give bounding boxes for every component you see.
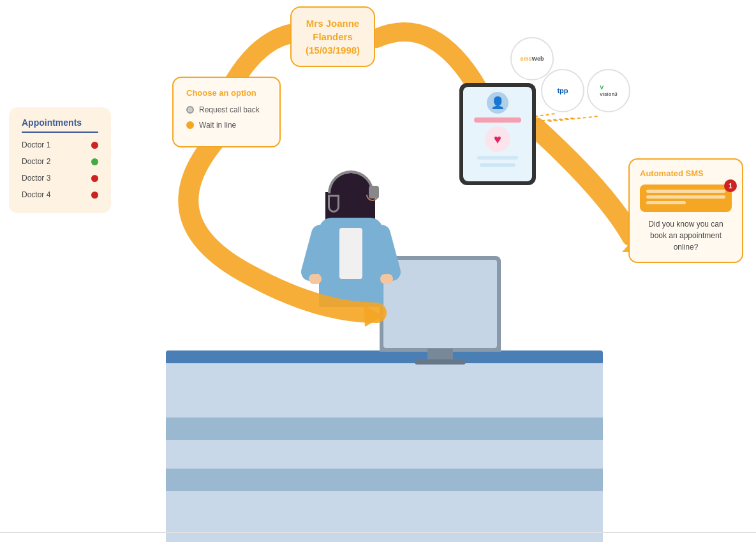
patient-bubble: Mrs Joanne Flanders (15/03/1998) bbox=[290, 6, 375, 67]
option-wait-in-line[interactable]: Wait in line bbox=[186, 121, 267, 130]
doctor-2-label: Doctor 2 bbox=[22, 157, 50, 166]
option-box-title: Choose an option bbox=[186, 88, 267, 98]
doctor-row: Doctor 1 bbox=[22, 137, 98, 153]
doctor-4-label: Doctor 4 bbox=[22, 190, 50, 199]
doctor-4-status bbox=[91, 192, 98, 199]
doctor-row: Doctor 3 bbox=[22, 170, 98, 186]
floor-line bbox=[0, 532, 756, 533]
monitor-stand bbox=[427, 349, 453, 360]
desk-stripe-1 bbox=[166, 418, 603, 440]
sms-message: 1 bbox=[640, 184, 732, 212]
sms-badge: 1 bbox=[724, 179, 737, 192]
appointments-title: Appointments bbox=[22, 117, 98, 133]
hand-left bbox=[309, 274, 322, 284]
sms-box: Automated SMS 1 Did you know you can boo… bbox=[628, 158, 743, 263]
doctor-3-status bbox=[91, 175, 98, 182]
tablet-screen: 👤 ♥ bbox=[463, 87, 532, 181]
option-dot-grey bbox=[186, 106, 194, 114]
headset-mic bbox=[328, 195, 339, 213]
doctor-2-status bbox=[91, 158, 98, 165]
tablet-heart-icon: ♥ bbox=[485, 126, 510, 152]
svg-line-5 bbox=[536, 118, 574, 121]
desk-stripe-2 bbox=[166, 469, 603, 491]
doctor-1-status bbox=[91, 142, 98, 149]
appointments-box: Appointments Doctor 1 Doctor 2 Doctor 3 … bbox=[9, 107, 111, 213]
tablet-bar-3 bbox=[480, 163, 515, 167]
doctor-1-label: Doctor 1 bbox=[22, 140, 50, 149]
option-box: Choose an option Request call back Wait … bbox=[172, 77, 281, 147]
doctor-row: Doctor 2 bbox=[22, 153, 98, 170]
doctor-3-label: Doctor 3 bbox=[22, 174, 50, 183]
desk-body bbox=[166, 363, 603, 542]
doctor-row: Doctor 4 bbox=[22, 186, 98, 203]
shirt bbox=[339, 228, 362, 279]
tpp-logo: tpp bbox=[541, 69, 584, 112]
headset-arc bbox=[328, 170, 374, 193]
sms-body-text: Did you know you can book an appointment… bbox=[640, 218, 732, 253]
headset-ear bbox=[369, 186, 379, 199]
sms-line-3 bbox=[646, 201, 686, 204]
sms-line-1 bbox=[646, 190, 725, 193]
hand-right bbox=[380, 274, 393, 284]
tablet-bar-1 bbox=[474, 117, 521, 123]
sms-line-2 bbox=[646, 195, 725, 199]
option-dot-orange bbox=[186, 121, 194, 129]
vision-logo: Vvision3 bbox=[587, 69, 630, 112]
receptionist bbox=[306, 173, 396, 365]
emsweb-logo: emsWeb bbox=[510, 37, 554, 80]
monitor-base bbox=[415, 359, 466, 365]
patient-name: Mrs Joanne Flanders (15/03/1998) bbox=[306, 17, 360, 57]
sms-title: Automated SMS bbox=[640, 169, 732, 178]
tablet-device: 👤 ♥ bbox=[459, 83, 536, 185]
option-request-callback[interactable]: Request call back bbox=[186, 105, 267, 114]
tablet-bar-2 bbox=[477, 156, 518, 160]
svg-line-6 bbox=[549, 116, 600, 121]
tablet-avatar-icon: 👤 bbox=[487, 92, 508, 114]
